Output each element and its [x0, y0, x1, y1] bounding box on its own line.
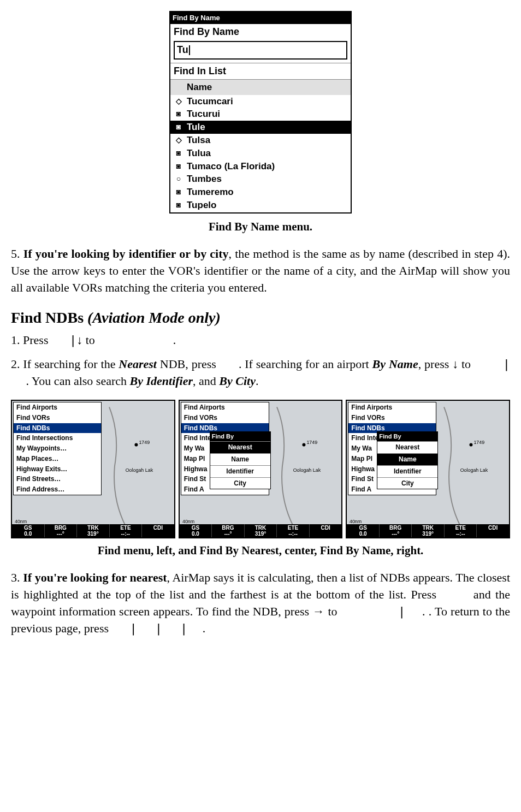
status-cell: BRG---° [45, 524, 78, 537]
menu-item[interactable]: Find VORs [14, 413, 101, 423]
triple-caption: Find menu, left, and Find By Nearest, ce… [11, 543, 510, 559]
status-cell: CDI [310, 524, 342, 537]
status-cell: GS0.0 [12, 524, 45, 537]
list-item-name: Tumeremo [187, 186, 234, 199]
svg-text:1749: 1749 [474, 439, 485, 444]
svg-text:40nm: 40nm [350, 519, 362, 524]
menu-item[interactable]: Find Streets… [14, 474, 101, 484]
waypoint-icon: ◙ [174, 148, 183, 159]
status-cell: ETE--:-- [277, 524, 310, 537]
list-item[interactable]: ◙Tumeremo [170, 186, 351, 199]
status-cell: GS0.0 [347, 524, 380, 537]
menu-item[interactable]: Find VORs [348, 413, 436, 423]
waypoint-icon: ◇ [174, 96, 183, 107]
down-arrow-icon [76, 333, 82, 347]
svg-text:1749: 1749 [306, 439, 317, 444]
list-item-name: Tulua [187, 147, 211, 160]
status-cell: GS0.0 [180, 524, 212, 537]
waypoint-icon: ◙ [174, 187, 183, 198]
status-cell: ETE--:-- [445, 524, 477, 537]
menu-item[interactable]: Find Intersections [14, 433, 101, 443]
list-item[interactable]: ◙Tucurui [170, 108, 351, 121]
status-cell: BRG---° [212, 524, 245, 537]
menu-item[interactable]: Find Airports [348, 402, 436, 413]
waypoint-icon: ◇ [174, 135, 183, 146]
waypoint-icon: ◙ [174, 200, 183, 211]
submenu-item[interactable]: Identifier [210, 465, 270, 477]
status-cell: CDI [142, 524, 174, 537]
waypoint-icon: ◙ [174, 122, 183, 133]
step-2: 2. If searching for the Nearest NDB, pre… [11, 356, 510, 390]
submenu-item[interactable]: City [210, 477, 270, 489]
menu-item[interactable]: Find VORs [181, 413, 269, 423]
input-value: Tu [177, 43, 188, 57]
menu-item[interactable]: Find Airports [181, 402, 269, 413]
list-item[interactable]: ○Tuscaloosa [170, 212, 351, 212]
list-item-name: Tule [187, 121, 205, 134]
find-menu-left: 1749Oologah Lak40nm Find AirportsFind VO… [11, 400, 175, 538]
figure1-caption: Find By Name menu. [11, 219, 510, 235]
find-in-list-label: Find In List [170, 63, 351, 80]
svg-text:1749: 1749 [139, 439, 150, 444]
svg-text:Oologah Lak: Oologah Lak [460, 467, 488, 473]
find-by-nearest-center: 1749Oologah Lak40nm Find AirportsFind VO… [179, 400, 343, 538]
status-cell: TRK319° [245, 524, 277, 537]
submenu-item[interactable]: Identifier [377, 465, 437, 477]
svg-text:40nm: 40nm [15, 519, 27, 524]
svg-text:Oologah Lak: Oologah Lak [293, 467, 321, 473]
submenu-item[interactable]: City [377, 477, 437, 489]
status-cell: TRK319° [77, 524, 110, 537]
window-titlebar: Find By Name [170, 12, 351, 24]
list-item-name: Tumaco (La Florida) [187, 160, 275, 173]
menu-item[interactable]: Highway Exits… [14, 464, 101, 475]
svg-point-6 [302, 443, 305, 446]
waypoint-icon: ○ [174, 174, 183, 185]
list-item-name: Tupelo [187, 199, 216, 212]
list-item-name: Tucumcari [187, 95, 233, 108]
menu-item[interactable]: Map Places… [14, 454, 101, 464]
find-by-name-window: Find By Name Find By Name Tu Find In Lis… [169, 11, 352, 214]
submenu-item[interactable]: Nearest [377, 441, 437, 453]
list-header-name: Name [170, 80, 351, 95]
list-item[interactable]: ◙Tupelo [170, 199, 351, 212]
find-ndbs-heading: Find NDBs (Aviation Mode only) [11, 307, 510, 328]
status-cell: TRK319° [412, 524, 445, 537]
submenu-item[interactable]: Nearest [210, 441, 270, 453]
status-cell: BRG---° [380, 524, 412, 537]
text-cursor [189, 45, 190, 55]
list-item[interactable]: ◙Tulua [170, 147, 351, 160]
submenu-item[interactable]: Name [377, 453, 437, 465]
list-item-name: Tucurui [187, 108, 220, 121]
submenu-item[interactable]: Name [210, 453, 270, 465]
list-item[interactable]: ◙Tule [170, 121, 351, 134]
paragraph-step3: 3. If you're looking for nearest, AirMap… [11, 570, 510, 637]
find-by-name-label: Find By Name [170, 24, 351, 40]
step-1: 1. Press | to . [11, 332, 510, 349]
menu-item[interactable]: Find Address… [14, 484, 101, 495]
find-by-name-input[interactable]: Tu [174, 41, 347, 59]
svg-text:Oologah Lak: Oologah Lak [126, 467, 153, 473]
triple-screenshot-row: 1749Oologah Lak40nm Find AirportsFind VO… [11, 400, 510, 538]
find-by-name-right: 1749Oologah Lak40nm Find AirportsFind VO… [346, 400, 510, 538]
menu-item[interactable]: Find NDBs [14, 423, 101, 434]
svg-point-11 [470, 443, 473, 446]
menu-item[interactable]: Find Airports [14, 402, 101, 413]
list-item[interactable]: ◇Tucumcari [170, 95, 351, 108]
list-item[interactable]: ◇Tulsa [170, 134, 351, 147]
menu-item[interactable]: My Waypoints… [14, 443, 101, 454]
status-cell: CDI [477, 524, 509, 537]
list-item[interactable]: ○Tumbes [170, 173, 351, 186]
find-results-list[interactable]: ◇Tucumcari◙Tucurui◙Tule◇Tulsa◙Tulua◙Tuma… [170, 95, 351, 212]
list-item-name: Tuscaloosa [187, 212, 237, 212]
waypoint-icon: ◙ [174, 109, 183, 120]
waypoint-icon: ◙ [174, 161, 183, 172]
paragraph-step5: 5. If you're looking by identifier or by… [11, 246, 510, 296]
list-item-name: Tulsa [187, 134, 210, 147]
list-item[interactable]: ◙Tumaco (La Florida) [170, 160, 351, 173]
svg-point-1 [134, 443, 138, 446]
svg-text:40nm: 40nm [182, 519, 194, 524]
status-cell: ETE--:-- [110, 524, 143, 537]
list-item-name: Tumbes [187, 173, 222, 186]
